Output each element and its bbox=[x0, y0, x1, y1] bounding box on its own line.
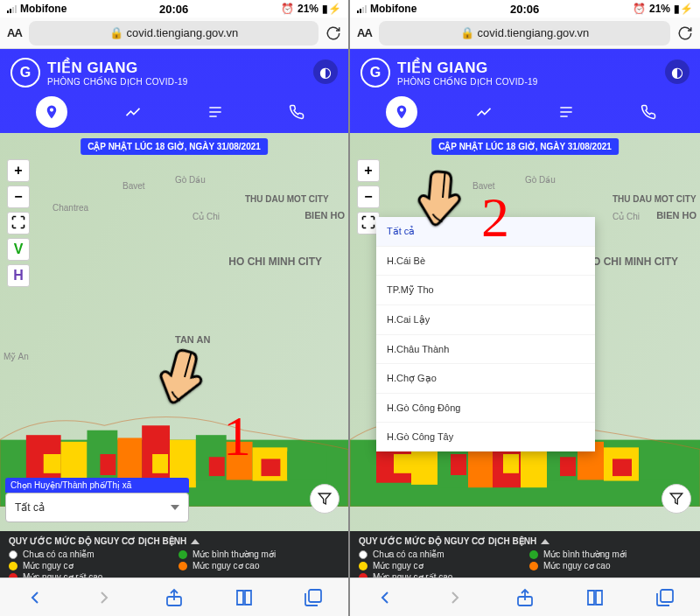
zoom-out-button[interactable]: − bbox=[7, 186, 30, 208]
layer-h-button[interactable]: H bbox=[7, 264, 30, 287]
zoom-in-button[interactable]: + bbox=[357, 159, 380, 182]
zoom-out-button[interactable]: − bbox=[357, 186, 380, 208]
tab-contact[interactable] bbox=[281, 96, 312, 128]
tab-stats[interactable] bbox=[117, 96, 149, 128]
district-dropdown: Tất cả H.Cái Bè TP.Mỹ Tho H.Cai Lậy H.Ch… bbox=[376, 217, 595, 452]
dropdown-option[interactable]: H.Cái Bè bbox=[376, 247, 595, 276]
tabs-button[interactable] bbox=[654, 586, 676, 609]
share-button[interactable] bbox=[514, 586, 536, 609]
app-subtitle: PHÒNG CHỐNG DỊCH COVID-19 bbox=[47, 77, 188, 87]
clock: 20:06 bbox=[510, 3, 539, 16]
map-label: Củ Chi bbox=[192, 212, 220, 221]
clock: 20:06 bbox=[159, 3, 188, 16]
map-label: TAN AN bbox=[175, 334, 210, 345]
url-text: covid.tiengiang.gov.vn bbox=[478, 26, 590, 39]
legend-item: Mức bình thường mới bbox=[543, 550, 626, 559]
nav-tabs bbox=[10, 96, 338, 133]
map-label: THU DAU MOT CITY bbox=[245, 194, 329, 204]
map-area[interactable]: CẬP NHẬT LÚC 18 GIỜ, NGÀY 31/08/2021 + −… bbox=[350, 133, 700, 531]
map-label: Củ Chi bbox=[612, 212, 640, 221]
update-timestamp: CẬP NHẬT LÚC 18 GIỜ, NGÀY 31/08/2021 bbox=[431, 138, 619, 155]
zoom-in-button[interactable]: + bbox=[7, 159, 30, 182]
step-number: 1 bbox=[223, 404, 251, 469]
legend-title: QUY ƯỚC MỨC ĐỘ NGUY CƠ DỊCH BỆNH bbox=[359, 536, 536, 546]
forward-button[interactable] bbox=[444, 586, 466, 609]
app-subtitle: PHÒNG CHỐNG DỊCH COVID-19 bbox=[397, 77, 538, 87]
step-number: 2 bbox=[481, 186, 509, 250]
map-label: HO CHI MINH CITY bbox=[584, 256, 678, 268]
dropdown-option[interactable]: TP.Mỹ Tho bbox=[376, 276, 595, 305]
filter-button[interactable] bbox=[310, 484, 340, 514]
address-bar[interactable]: 🔒 covid.tiengiang.gov.vn bbox=[29, 21, 318, 46]
dropdown-option[interactable]: H.Gò Công Đông bbox=[376, 394, 595, 423]
dropdown-option[interactable]: H.Chợ Gạo bbox=[376, 364, 595, 394]
alarm-icon: ⏰ bbox=[633, 3, 646, 15]
tabs-button[interactable] bbox=[302, 586, 325, 609]
tab-stats[interactable] bbox=[468, 96, 500, 128]
lock-icon: 🔒 bbox=[460, 26, 474, 39]
legend-item: Mức nguy cơ bbox=[373, 561, 424, 570]
legend-item: Chưa có ca nhiễm bbox=[23, 550, 94, 559]
carrier-label: Mobifone bbox=[370, 3, 416, 15]
screen-1: Mobifone 20:06 ⏰ 21% ▮⚡ AA 🔒 covid.tieng… bbox=[0, 0, 350, 616]
bookmarks-button[interactable] bbox=[584, 586, 606, 609]
app-title: TIỀN GIANG bbox=[397, 59, 538, 77]
lock-icon: 🔒 bbox=[109, 26, 123, 39]
status-bar: Mobifone 20:06 ⏰ 21% ▮⚡ bbox=[350, 0, 700, 18]
browser-url-bar: AA 🔒 covid.tiengiang.gov.vn bbox=[0, 18, 348, 49]
legend-item: Mức nguy cơ bbox=[23, 561, 74, 570]
text-size-button[interactable]: AA bbox=[357, 26, 372, 39]
theme-toggle[interactable]: ◐ bbox=[665, 60, 690, 84]
fullscreen-button[interactable]: ⛶ bbox=[7, 212, 30, 234]
screen-2: Mobifone 20:06 ⏰ 21% ▮⚡ AA 🔒 covid.tieng… bbox=[350, 0, 700, 616]
app-header: G TIỀN GIANG PHÒNG CHỐNG DỊCH COVID-19 ◐ bbox=[0, 49, 348, 133]
text-size-button[interactable]: AA bbox=[7, 26, 22, 39]
tab-news[interactable] bbox=[550, 96, 582, 128]
app-logo: G bbox=[10, 58, 40, 88]
district-selector[interactable]: Chọn Huyện/Thành phố/Thị xã Tất cả bbox=[5, 478, 189, 522]
map-area[interactable]: CẬP NHẬT LÚC 18 GIỜ, NGÀY 31/08/2021 + −… bbox=[0, 133, 348, 531]
signal-icon bbox=[7, 4, 17, 13]
status-bar: Mobifone 20:06 ⏰ 21% ▮⚡ bbox=[0, 0, 348, 18]
svg-rect-19 bbox=[661, 590, 673, 602]
url-text: covid.tiengiang.gov.vn bbox=[127, 26, 239, 39]
selector-label: Chọn Huyện/Thành phố/Thị xã bbox=[5, 478, 189, 493]
layer-v-button[interactable]: V bbox=[7, 238, 30, 261]
dropdown-option[interactable]: H.Châu Thành bbox=[376, 335, 595, 364]
nav-tabs bbox=[360, 96, 690, 133]
back-button[interactable] bbox=[24, 586, 46, 609]
legend-item: Mức bình thường mới bbox=[192, 550, 276, 559]
address-bar[interactable]: 🔒 covid.tiengiang.gov.vn bbox=[379, 21, 670, 46]
map-label: Mỹ An bbox=[4, 352, 29, 361]
map-label: HO CHI MINH CITY bbox=[228, 256, 322, 268]
map-label: Gò Dầu bbox=[525, 175, 556, 185]
map-label: Bavet bbox=[122, 181, 145, 191]
share-button[interactable] bbox=[163, 586, 186, 609]
tab-map[interactable] bbox=[36, 96, 67, 128]
bookmarks-button[interactable] bbox=[233, 586, 256, 609]
signal-icon bbox=[357, 4, 367, 13]
filter-button[interactable] bbox=[662, 484, 691, 514]
dropdown-option[interactable]: H.Cai Lậy bbox=[376, 305, 595, 335]
map-label: BIEN HO bbox=[304, 210, 345, 220]
tab-contact[interactable] bbox=[633, 96, 664, 128]
battery-icon: ▮⚡ bbox=[322, 3, 341, 15]
map-label: BIEN HO bbox=[656, 210, 696, 220]
reload-button[interactable] bbox=[677, 25, 693, 41]
app-title: TIỀN GIANG bbox=[47, 59, 188, 77]
reload-button[interactable] bbox=[326, 25, 341, 41]
tab-news[interactable] bbox=[200, 96, 231, 128]
dropdown-option[interactable]: H.Gò Công Tây bbox=[376, 423, 595, 452]
svg-rect-17 bbox=[309, 590, 321, 602]
tab-map[interactable] bbox=[386, 96, 417, 128]
back-button[interactable] bbox=[374, 586, 396, 609]
map-label: THU DAU MOT CITY bbox=[612, 194, 696, 204]
app-logo: G bbox=[360, 58, 390, 88]
app-header: G TIỀN GIANG PHÒNG CHỐNG DỊCH COVID-19 ◐ bbox=[350, 49, 700, 133]
theme-toggle[interactable]: ◐ bbox=[313, 60, 338, 84]
map-label: Gò Dầu bbox=[175, 175, 206, 185]
chevron-down-icon bbox=[171, 505, 179, 510]
forward-button[interactable] bbox=[93, 586, 116, 609]
browser-url-bar: AA 🔒 covid.tiengiang.gov.vn bbox=[350, 18, 700, 49]
legend-item: Mức nguy cơ cao bbox=[543, 561, 610, 570]
